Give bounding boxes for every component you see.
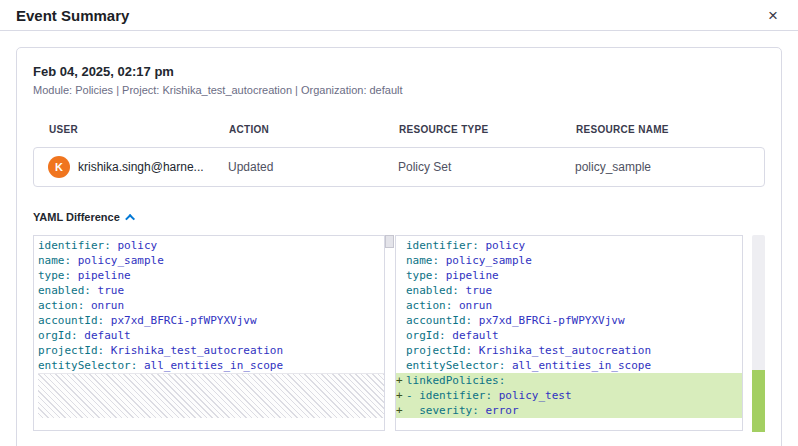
diff-added-marker <box>396 298 406 313</box>
diff-line: enabled: true <box>38 283 384 298</box>
diff-line: identifier: policy <box>38 238 384 253</box>
diff-pane-modified[interactable]: identifier: policy name: policy_sample t… <box>395 235 743 431</box>
diff-added-marker: + <box>396 388 406 403</box>
diff-line: +- identifier: policy_test <box>396 388 742 403</box>
user-email: krishika.singh@harne... <box>78 160 204 174</box>
col-header-resource-type: RESOURCE TYPE <box>399 124 576 135</box>
diff-gutter-widget <box>385 235 394 248</box>
diff-added-marker <box>396 283 406 298</box>
table-row: K krishika.singh@harne... Updated Policy… <box>33 147 765 187</box>
yaml-diff-view: identifier: policyname: policy_sampletyp… <box>33 235 765 431</box>
table-header-row: USER ACTION RESOURCE TYPE RESOURCE NAME <box>33 124 765 135</box>
page: { "colors": { "accent_blue": "#0278d5", … <box>0 0 798 446</box>
diff-added-marker <box>396 343 406 358</box>
diff-added-marker <box>396 238 406 253</box>
diff-added-marker <box>396 358 406 373</box>
diff-line: type: pipeline <box>396 268 742 283</box>
panel-header: Event Summary × <box>0 0 798 31</box>
diff-line: action: onrun <box>38 298 384 313</box>
close-icon[interactable]: × <box>764 5 782 26</box>
diff-added-marker <box>396 328 406 343</box>
resource-name-cell: policy_sample <box>575 160 764 174</box>
diff-added-marker: + <box>396 373 406 388</box>
col-header-resource-name: RESOURCE NAME <box>576 124 765 135</box>
diff-added-marker <box>396 268 406 283</box>
diff-line: projectId: Krishika_test_autocreation <box>38 343 384 358</box>
user-cell: K krishika.singh@harne... <box>48 156 228 178</box>
diff-line: name: policy_sample <box>38 253 384 268</box>
diff-line: projectId: Krishika_test_autocreation <box>396 343 742 358</box>
col-header-action: ACTION <box>229 124 399 135</box>
diff-center-gutter <box>385 235 395 431</box>
page-title: Event Summary <box>16 7 129 24</box>
diff-scrollbar[interactable] <box>752 235 765 431</box>
yaml-difference-toggle[interactable]: YAML Difference <box>33 211 765 223</box>
diff-line: +linkedPolicies: <box>396 373 742 388</box>
diff-scrollbar-change-marker <box>752 370 765 432</box>
action-cell: Updated <box>228 160 398 174</box>
col-header-user: USER <box>49 124 229 135</box>
chevron-up-icon[interactable] <box>125 213 135 223</box>
diff-added-marker: + <box>396 403 406 418</box>
diff-line: accountId: px7xd_BFRCi-pfWPYXVjvw <box>396 313 742 328</box>
diff-line: entitySelector: all_entities_in_scope <box>396 358 742 373</box>
diff-line: orgId: default <box>396 328 742 343</box>
diff-line: + severity: error <box>396 403 742 418</box>
diff-line: entitySelector: all_entities_in_scope <box>38 358 384 373</box>
diff-line: orgId: default <box>38 328 384 343</box>
diff-added-marker <box>396 253 406 268</box>
event-card: Feb 04, 2025, 02:17 pm Module: Policies … <box>16 47 782 446</box>
avatar: K <box>48 156 70 178</box>
diff-line: type: pipeline <box>38 268 384 283</box>
diff-line: name: policy_sample <box>396 253 742 268</box>
diff-added-marker <box>396 313 406 328</box>
event-meta: Module: Policies | Project: Krishika_tes… <box>33 84 765 96</box>
diff-line: enabled: true <box>396 283 742 298</box>
event-timestamp: Feb 04, 2025, 02:17 pm <box>33 64 765 79</box>
diff-collapsed-gap <box>38 373 384 418</box>
diff-line: accountId: px7xd_BFRCi-pfWPYXVjvw <box>38 313 384 328</box>
diff-line: action: onrun <box>396 298 742 313</box>
yaml-difference-label: YAML Difference <box>33 211 120 223</box>
diff-pane-original[interactable]: identifier: policyname: policy_sampletyp… <box>33 235 385 431</box>
resource-type-cell: Policy Set <box>398 160 575 174</box>
diff-line: identifier: policy <box>396 238 742 253</box>
